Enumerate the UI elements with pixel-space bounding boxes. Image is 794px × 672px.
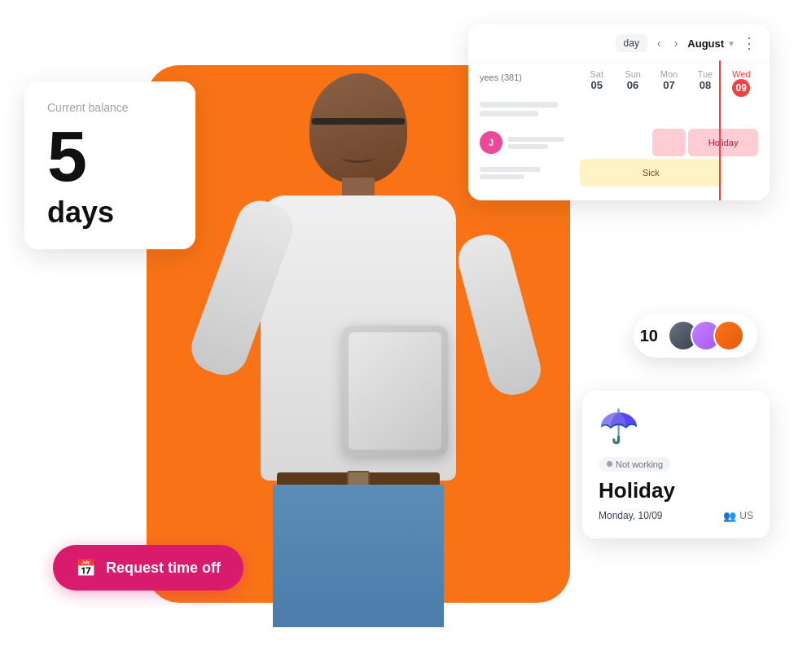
calendar-columns-header: yees (381) Sat 05 Sun 06 Mon 07 Tue 08 W…: [480, 69, 758, 97]
holiday-date: Monday, 10/09: [599, 510, 663, 521]
holiday-detail-card: ☂️ Not working Holiday Monday, 10/09 👥 U…: [582, 391, 770, 538]
balance-label: Current balance: [47, 101, 173, 114]
balance-number: 5: [47, 121, 173, 192]
emp-info-3: [480, 159, 577, 187]
request-btn-label: Request time off: [106, 560, 221, 577]
avatars-cluster-card: 10: [634, 314, 757, 358]
person-right-arm: [453, 230, 546, 401]
col-header-sat: Sat 05: [580, 69, 613, 97]
avatar-3: [713, 320, 744, 351]
today-indicator-line: [719, 60, 721, 200]
day-view-button[interactable]: day: [616, 34, 647, 52]
calendar-month-label: August ▼: [687, 37, 735, 50]
cell-2-1: [580, 129, 613, 156]
calendar-row-2: J Holiday: [480, 129, 758, 156]
balance-card: Current balance 5 days: [24, 81, 195, 249]
calendar-body: yees (381) Sat 05 Sun 06 Mon 07 Tue 08 W…: [468, 63, 770, 200]
prev-month-button[interactable]: ‹: [654, 35, 665, 51]
cell-1-2: [616, 99, 649, 126]
people-icon: 👥: [723, 510, 736, 522]
col-header-tue: Tue 08: [688, 69, 722, 97]
balance-unit: days: [47, 195, 173, 230]
employees-count-label: yees (381): [480, 72, 522, 82]
emp-info-1: [480, 99, 577, 126]
cell-2-2: [616, 129, 649, 156]
cell-1-1: [580, 99, 613, 126]
person-head: [309, 73, 407, 183]
pants: [273, 485, 444, 627]
tablet: [342, 326, 448, 456]
cell-2-pink: [652, 129, 686, 156]
cell-1-3: [652, 99, 686, 126]
cell-1-4: [688, 99, 722, 126]
holiday-meta: Monday, 10/09 👥 US: [599, 510, 753, 522]
person-silhouette: [204, 73, 513, 627]
next-month-button[interactable]: ›: [671, 35, 682, 51]
employee-col-header: yees (381): [480, 69, 577, 97]
smile: [340, 150, 376, 163]
holiday-icon: ☂️: [599, 407, 753, 446]
calendar-more-button[interactable]: ⋮: [742, 34, 757, 52]
cell-1-5: [725, 99, 758, 126]
cell-3-5: [725, 159, 758, 187]
holiday-region: 👥 US: [723, 510, 753, 522]
status-dot: [607, 461, 612, 467]
holiday-title: Holiday: [599, 478, 753, 503]
cell-3-sick: Sick: [580, 159, 722, 187]
col-header-sun: Sun 06: [616, 69, 649, 97]
calendar-row-1: [480, 99, 758, 126]
col-header-mon: Mon 07: [652, 69, 686, 97]
cell-2-holiday: Holiday: [688, 129, 758, 156]
avatar-count: 10: [640, 327, 658, 345]
col-header-wed: Wed 09: [725, 69, 758, 97]
calendar-row-3: Sick: [480, 159, 758, 187]
glasses: [312, 118, 406, 125]
holiday-status-badge: Not working: [599, 457, 671, 472]
calendar-icon: 📅: [76, 558, 96, 578]
calendar-card: day ‹ › August ▼ ⋮ yees (381) Sat 05 Sun…: [468, 24, 770, 200]
emp-info-2: J: [480, 129, 577, 156]
request-time-off-button[interactable]: 📅 Request time off: [53, 545, 243, 591]
calendar-header: day ‹ › August ▼ ⋮: [468, 24, 770, 63]
avatar-stack: [668, 320, 744, 351]
